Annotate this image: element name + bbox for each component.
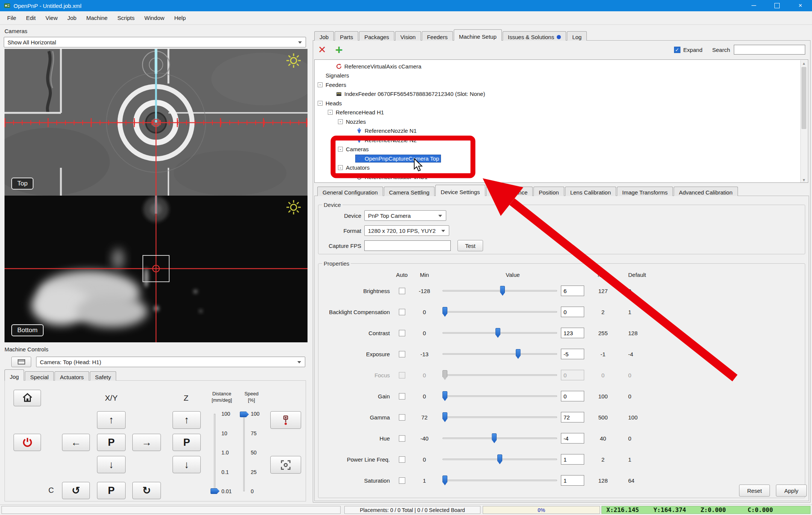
slider-saturation[interactable] — [439, 470, 561, 491]
auto-checkbox-saturation[interactable] — [399, 477, 405, 484]
tree-expander-icon[interactable]: - — [338, 119, 343, 124]
slider-backlight-compensation[interactable] — [439, 301, 561, 322]
bottom-camera-view[interactable]: Bottom — [5, 196, 308, 342]
tree-expander-icon[interactable]: - — [338, 165, 343, 170]
settings-tab-camera-settling[interactable]: Camera Settling — [384, 187, 435, 196]
value-input-focus[interactable] — [561, 370, 584, 380]
slider-thumb[interactable] — [497, 454, 502, 464]
expand-checkbox[interactable]: ✓ — [674, 47, 680, 53]
auto-checkbox-contrast[interactable] — [399, 330, 405, 336]
close-button[interactable]: × — [789, 0, 812, 11]
format-select[interactable]: 1280 x 720, 10 FPS, YUY2 — [364, 225, 449, 236]
jog-z-minus-button[interactable]: ↓ — [173, 456, 201, 473]
mc-tab-special[interactable]: Special — [25, 371, 54, 381]
settings-tab-position[interactable]: Position — [533, 187, 564, 196]
tree-item-feeders[interactable]: -Feeders — [315, 80, 808, 90]
tree-expander-icon[interactable]: - — [318, 101, 323, 106]
home-button[interactable] — [14, 390, 41, 406]
menu-edit[interactable]: Edit — [21, 12, 41, 23]
slider-gain[interactable] — [439, 386, 561, 407]
tree-item-openpnpcapturecamera-top[interactable]: OpenPnpCaptureCamera Top — [315, 154, 808, 163]
menu-machine[interactable]: Machine — [81, 12, 112, 23]
distance-slider-thumb[interactable] — [211, 488, 220, 494]
slider-exposure[interactable] — [439, 343, 561, 365]
settings-tab-white-balance[interactable]: White Balance — [486, 187, 533, 196]
slider-thumb[interactable] — [442, 412, 447, 422]
position-camera-button[interactable] — [270, 411, 301, 429]
camera-view-select[interactable]: Show All Horizontal — [4, 37, 306, 47]
value-input-gamma[interactable] — [561, 412, 584, 422]
device-select[interactable]: PnP Top Camera — [364, 210, 446, 221]
tree-item-referencehead-h1[interactable]: -ReferenceHead H1 — [315, 108, 808, 117]
tree-item-signalers[interactable]: Signalers — [315, 71, 808, 81]
auto-checkbox-hue[interactable] — [399, 435, 405, 442]
tab-vision[interactable]: Vision — [395, 31, 421, 41]
scroll-up-icon[interactable]: ▲ — [801, 60, 807, 66]
auto-checkbox-backlight-compensation[interactable] — [399, 309, 405, 315]
tree-item-cameras[interactable]: -Cameras — [315, 145, 808, 154]
jog-x-minus-button[interactable]: ← — [62, 434, 90, 451]
distance-slider[interactable] — [214, 414, 215, 491]
settings-tab-advanced-calibration[interactable]: Advanced Calibration — [674, 187, 738, 196]
brightness-icon[interactable] — [286, 53, 301, 68]
jog-x-plus-button[interactable]: → — [132, 434, 161, 451]
settings-tab-image-transforms[interactable]: Image Transforms — [617, 187, 673, 196]
tree-item-indexfeeder-0670ff565457888367212340-slot-none[interactable]: IndexFeeder 0670FF565457888367212340 (Sl… — [315, 90, 808, 99]
value-input-saturation[interactable] — [561, 475, 584, 486]
menu-scripts[interactable]: Scripts — [112, 12, 139, 23]
value-input-exposure[interactable] — [561, 349, 584, 359]
auto-checkbox-gain[interactable] — [399, 393, 405, 400]
value-input-power-line-freq[interactable] — [561, 454, 584, 465]
park-xy-button[interactable]: P — [97, 434, 126, 451]
tree-item-actuators[interactable]: -Actuators — [315, 163, 808, 173]
auto-checkbox-power-line-freq[interactable] — [399, 456, 405, 463]
jog-y-plus-button[interactable]: ↑ — [97, 411, 126, 429]
top-camera-view[interactable]: Top — [5, 49, 308, 196]
tree-expander-icon[interactable]: - — [338, 147, 343, 152]
tree-item-nozzles[interactable]: -Nozzles — [315, 117, 808, 126]
tree-scrollbar-thumb[interactable] — [801, 67, 806, 129]
slider-hue[interactable] — [439, 428, 561, 449]
slider-power-line-freq[interactable] — [439, 449, 561, 470]
tab-packages[interactable]: Packages — [359, 31, 394, 41]
tree-item-referenceactuator-vac1[interactable]: ReferenceActuator VAC1 — [315, 172, 808, 182]
park-z-button[interactable]: P — [173, 434, 201, 451]
rotate-cw-button[interactable]: ↻ — [132, 482, 161, 499]
slider-thumb[interactable] — [442, 476, 447, 485]
auto-checkbox-brightness[interactable] — [399, 288, 405, 294]
park-c-button[interactable]: P — [97, 482, 126, 499]
menu-file[interactable]: File — [2, 12, 21, 23]
tree-item-referencenozzle-n2[interactable]: ReferenceNozzle N2 — [315, 135, 808, 145]
test-button[interactable]: Test — [458, 240, 483, 251]
auto-checkbox-gamma[interactable] — [399, 414, 405, 421]
tree-item-referencenozzle-n1[interactable]: ReferenceNozzle N1 — [315, 126, 808, 136]
mc-tab-jog[interactable]: Jog — [5, 369, 24, 381]
value-input-backlight-compensation[interactable] — [561, 307, 584, 317]
slider-thumb[interactable] — [500, 286, 505, 296]
speed-slider[interactable] — [243, 414, 245, 491]
head-mountable-select[interactable]: Camera: Top (Head: H1) — [36, 357, 305, 367]
tab-parts[interactable]: Parts — [335, 31, 358, 41]
tab-feeders[interactable]: Feeders — [422, 31, 453, 41]
menu-view[interactable]: View — [41, 12, 62, 23]
power-button[interactable] — [14, 434, 41, 451]
auto-checkbox-focus[interactable] — [399, 372, 405, 378]
jog-z-plus-button[interactable]: ↑ — [173, 411, 201, 429]
delete-icon[interactable]: ✕ — [318, 45, 326, 55]
tree-expander-icon[interactable]: - — [328, 110, 333, 115]
slider-brightness[interactable] — [439, 280, 561, 301]
reset-button[interactable]: Reset — [739, 485, 770, 497]
auto-checkbox-exposure[interactable] — [399, 351, 405, 357]
slider-focus[interactable] — [439, 365, 561, 386]
capture-position-button[interactable] — [270, 456, 301, 474]
slider-thumb[interactable] — [442, 307, 447, 317]
tab-machine-setup[interactable]: Machine Setup — [454, 29, 502, 41]
settings-tab-general-configuration[interactable]: General Configuration — [317, 187, 383, 196]
rotate-ccw-button[interactable]: ↺ — [62, 482, 90, 499]
search-input[interactable] — [734, 45, 805, 55]
jog-y-minus-button[interactable]: ↓ — [97, 456, 126, 473]
add-icon[interactable]: + — [335, 43, 343, 56]
value-input-contrast[interactable] — [561, 328, 584, 338]
tree-expander-icon[interactable]: - — [318, 82, 323, 87]
settings-tab-device-settings[interactable]: Device Settings — [435, 185, 485, 196]
